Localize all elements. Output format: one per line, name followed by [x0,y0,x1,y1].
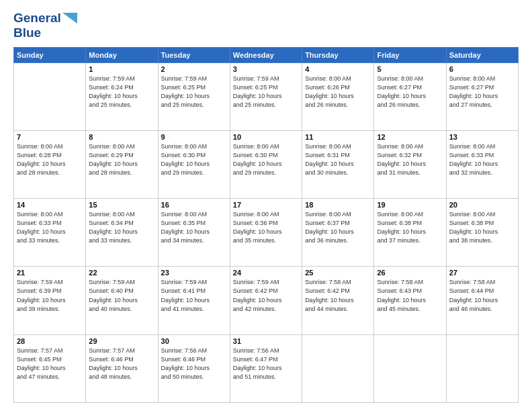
day-info: Sunrise: 7:59 AM Sunset: 6:40 PM Dayligh… [89,278,154,313]
day-number: 21 [17,269,83,277]
day-number: 22 [89,269,154,277]
day-number: 24 [233,269,299,277]
day-number: 9 [161,133,227,141]
calendar-cell: 30Sunrise: 7:56 AM Sunset: 6:46 PM Dayli… [158,334,230,402]
day-info: Sunrise: 8:00 AM Sunset: 6:27 PM Dayligh… [449,75,515,109]
day-number: 29 [89,337,154,345]
day-number: 5 [377,65,443,73]
day-number: 30 [161,337,227,345]
calendar-cell: 25Sunrise: 7:58 AM Sunset: 6:42 PM Dayli… [302,267,374,334]
calendar-cell: 8Sunrise: 8:00 AM Sunset: 6:29 PM Daylig… [86,130,158,198]
calendar-week-2: 7Sunrise: 8:00 AM Sunset: 6:28 PM Daylig… [14,130,519,198]
weekday-header-saturday: Saturday [446,47,518,62]
day-number: 2 [161,65,227,73]
logo-arrow-icon [62,13,77,24]
day-info: Sunrise: 8:00 AM Sunset: 6:30 PM Dayligh… [233,142,299,177]
day-number: 27 [449,269,515,277]
calendar-cell [374,334,446,402]
day-number: 26 [377,269,443,277]
day-info: Sunrise: 8:00 AM Sunset: 6:32 PM Dayligh… [377,142,443,177]
svg-marker-0 [62,13,77,24]
calendar-cell: 27Sunrise: 7:58 AM Sunset: 6:44 PM Dayli… [446,267,518,334]
calendar-cell: 12Sunrise: 8:00 AM Sunset: 6:32 PM Dayli… [374,130,446,198]
page: General Blue SundayMondayTuesdayWednesda… [0,0,532,411]
calendar-cell: 13Sunrise: 8:00 AM Sunset: 6:33 PM Dayli… [446,130,518,198]
day-info: Sunrise: 8:00 AM Sunset: 6:38 PM Dayligh… [377,210,443,245]
day-info: Sunrise: 7:59 AM Sunset: 6:41 PM Dayligh… [161,278,227,313]
day-info: Sunrise: 8:00 AM Sunset: 6:36 PM Dayligh… [233,210,299,245]
calendar-cell [14,62,86,130]
day-number: 13 [449,133,515,141]
calendar-cell: 1Sunrise: 7:59 AM Sunset: 6:24 PM Daylig… [86,62,158,130]
day-info: Sunrise: 8:00 AM Sunset: 6:31 PM Dayligh… [305,142,371,177]
day-info: Sunrise: 7:57 AM Sunset: 6:45 PM Dayligh… [17,347,83,381]
logo-container: General Blue [13,11,77,40]
calendar-cell: 10Sunrise: 8:00 AM Sunset: 6:30 PM Dayli… [230,130,302,198]
calendar-cell: 4Sunrise: 8:00 AM Sunset: 6:26 PM Daylig… [302,62,374,130]
calendar-cell [446,334,518,402]
calendar-cell: 6Sunrise: 8:00 AM Sunset: 6:27 PM Daylig… [446,62,518,130]
day-info: Sunrise: 8:00 AM Sunset: 6:35 PM Dayligh… [161,210,227,245]
calendar-week-3: 14Sunrise: 8:00 AM Sunset: 6:33 PM Dayli… [14,199,519,267]
logo: General Blue [13,11,77,40]
day-info: Sunrise: 8:00 AM Sunset: 6:38 PM Dayligh… [449,210,515,245]
day-info: Sunrise: 7:58 AM Sunset: 6:43 PM Dayligh… [377,278,443,313]
calendar-cell: 16Sunrise: 8:00 AM Sunset: 6:35 PM Dayli… [158,199,230,267]
day-info: Sunrise: 8:00 AM Sunset: 6:28 PM Dayligh… [17,142,83,177]
day-number: 3 [233,65,299,73]
day-number: 20 [449,201,515,209]
day-number: 19 [377,201,443,209]
calendar-cell: 28Sunrise: 7:57 AM Sunset: 6:45 PM Dayli… [14,334,86,402]
day-info: Sunrise: 7:58 AM Sunset: 6:42 PM Dayligh… [305,278,371,313]
day-info: Sunrise: 7:59 AM Sunset: 6:25 PM Dayligh… [161,75,227,109]
day-number: 8 [89,133,154,141]
day-number: 7 [17,133,83,141]
day-info: Sunrise: 7:56 AM Sunset: 6:47 PM Dayligh… [233,347,299,381]
calendar-cell: 7Sunrise: 8:00 AM Sunset: 6:28 PM Daylig… [14,130,86,198]
day-info: Sunrise: 8:00 AM Sunset: 6:34 PM Dayligh… [89,210,154,245]
day-info: Sunrise: 8:00 AM Sunset: 6:29 PM Dayligh… [89,142,154,177]
calendar-cell: 22Sunrise: 7:59 AM Sunset: 6:40 PM Dayli… [86,267,158,334]
logo-general-text: General [13,11,61,26]
day-info: Sunrise: 7:59 AM Sunset: 6:39 PM Dayligh… [17,278,83,313]
day-info: Sunrise: 8:00 AM Sunset: 6:30 PM Dayligh… [161,142,227,177]
day-number: 23 [161,269,227,277]
day-number: 14 [17,201,83,209]
day-number: 10 [233,133,299,141]
logo-blue-text: Blue [13,26,41,40]
day-info: Sunrise: 7:59 AM Sunset: 6:42 PM Dayligh… [233,278,299,313]
calendar-cell: 20Sunrise: 8:00 AM Sunset: 6:38 PM Dayli… [446,199,518,267]
day-number: 25 [305,269,371,277]
calendar-cell: 24Sunrise: 7:59 AM Sunset: 6:42 PM Dayli… [230,267,302,334]
day-number: 16 [161,201,227,209]
day-number: 18 [305,201,371,209]
day-info: Sunrise: 8:00 AM Sunset: 6:27 PM Dayligh… [377,75,443,109]
calendar-cell: 17Sunrise: 8:00 AM Sunset: 6:36 PM Dayli… [230,199,302,267]
day-info: Sunrise: 8:00 AM Sunset: 6:37 PM Dayligh… [305,210,371,245]
calendar-week-1: 1Sunrise: 7:59 AM Sunset: 6:24 PM Daylig… [14,62,519,130]
day-number: 28 [17,337,83,345]
day-number: 12 [377,133,443,141]
calendar-cell: 19Sunrise: 8:00 AM Sunset: 6:38 PM Dayli… [374,199,446,267]
day-number: 4 [305,65,371,73]
calendar-cell [302,334,374,402]
weekday-header-sunday: Sunday [14,47,86,62]
weekday-header-monday: Monday [86,47,158,62]
day-number: 1 [89,65,154,73]
header: General Blue [13,11,519,40]
calendar-week-5: 28Sunrise: 7:57 AM Sunset: 6:45 PM Dayli… [14,334,519,402]
day-info: Sunrise: 7:59 AM Sunset: 6:25 PM Dayligh… [233,75,299,109]
calendar-cell: 18Sunrise: 8:00 AM Sunset: 6:37 PM Dayli… [302,199,374,267]
weekday-header-row: SundayMondayTuesdayWednesdayThursdayFrid… [14,47,519,62]
day-info: Sunrise: 7:57 AM Sunset: 6:46 PM Dayligh… [89,347,154,381]
calendar-table: SundayMondayTuesdayWednesdayThursdayFrid… [13,47,519,403]
calendar-cell: 11Sunrise: 8:00 AM Sunset: 6:31 PM Dayli… [302,130,374,198]
day-number: 31 [233,337,299,345]
day-info: Sunrise: 8:00 AM Sunset: 6:33 PM Dayligh… [449,142,515,177]
calendar-cell: 21Sunrise: 7:59 AM Sunset: 6:39 PM Dayli… [14,267,86,334]
day-info: Sunrise: 7:56 AM Sunset: 6:46 PM Dayligh… [161,347,227,381]
calendar-cell: 29Sunrise: 7:57 AM Sunset: 6:46 PM Dayli… [86,334,158,402]
day-info: Sunrise: 8:00 AM Sunset: 6:26 PM Dayligh… [305,75,371,109]
calendar-cell: 5Sunrise: 8:00 AM Sunset: 6:27 PM Daylig… [374,62,446,130]
calendar-cell: 14Sunrise: 8:00 AM Sunset: 6:33 PM Dayli… [14,199,86,267]
